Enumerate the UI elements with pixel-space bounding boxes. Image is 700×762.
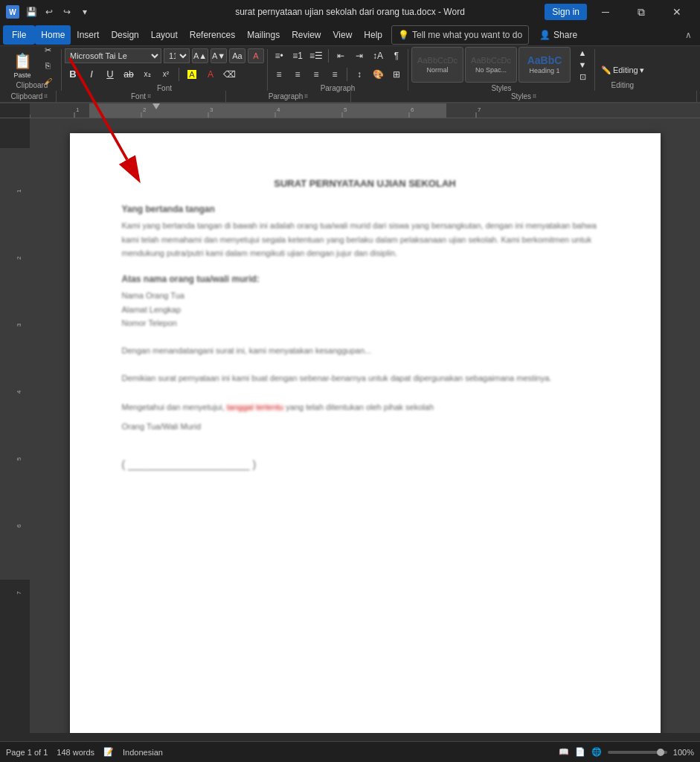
customize-qat-button[interactable]: ▾ — [77, 4, 92, 19]
line-spacing-button[interactable]: ↕ — [351, 67, 367, 82]
word-count-label: 148 words — [57, 748, 94, 757]
spell-check[interactable]: 📝 — [103, 747, 114, 757]
subscript-button[interactable]: x₂ — [139, 67, 155, 82]
decrease-font-button[interactable]: A▼ — [211, 48, 227, 63]
tab-design[interactable]: Design — [105, 25, 144, 45]
paragraph-launcher-icon[interactable]: ⌗ — [304, 92, 308, 100]
zoom-thumb — [657, 749, 664, 756]
italic-button[interactable]: I — [83, 67, 100, 82]
font-launcher-icon[interactable]: ⌗ — [147, 92, 151, 100]
tell-me-input[interactable]: 💡 Tell me what you want to do — [391, 25, 529, 45]
view-web-button[interactable]: 🌐 — [591, 747, 602, 757]
increase-indent-button[interactable]: ⇥ — [351, 48, 367, 63]
doc-title: SURAT PERNYATAAN UJIAN SEKOLAH — [122, 178, 609, 189]
ribbon-content: 📋 Paste ✂ ⎘ 🖌 Clipboard Microsoft Tai Le… — [0, 49, 700, 91]
language-label: Indonesian — [123, 748, 163, 757]
align-right-button[interactable]: ≡ — [308, 67, 324, 82]
text-highlight-button[interactable]: A — [184, 67, 200, 82]
language[interactable]: Indonesian — [123, 748, 163, 757]
editing-button[interactable]: ✏️ Editing ▾ — [601, 65, 644, 75]
font-color-button[interactable]: A — [202, 67, 219, 82]
svg-text:1: 1 — [16, 189, 22, 193]
paste-button[interactable]: 📋 Paste — [7, 49, 37, 82]
paragraph-label: Paragraph — [268, 84, 408, 92]
tab-help[interactable]: Help — [358, 25, 388, 45]
tab-references[interactable]: References — [184, 25, 241, 45]
style-normal-button[interactable]: AaBbCcDc Normal — [411, 47, 463, 83]
tab-layout[interactable]: Layout — [145, 25, 184, 45]
style-heading1-button[interactable]: AaBbC Heading 1 — [518, 47, 571, 83]
share-button[interactable]: 👤 Share — [532, 27, 585, 43]
restore-button[interactable]: ⧉ — [624, 0, 658, 24]
paragraph-group: ≡• ≡1 ≡☰ ⇤ ⇥ ↕A ¶ ≡ ≡ ≡ ≡ ↕ 🎨 ⊞ Paragrap… — [268, 49, 408, 91]
minimize-button[interactable]: ─ — [588, 0, 623, 24]
underline-button[interactable]: U — [102, 67, 118, 82]
view-read-button[interactable]: 📖 — [559, 747, 569, 757]
svg-text:2: 2 — [16, 256, 22, 260]
align-center-button[interactable]: ≡ — [289, 67, 306, 82]
change-case-button[interactable]: Aa — [229, 48, 245, 63]
clear-formatting-button[interactable]: ⌫ — [221, 67, 237, 82]
svg-text:2: 2 — [143, 106, 147, 113]
bullets-button[interactable]: ≡• — [271, 48, 287, 63]
styles-up-button[interactable]: ▲ — [574, 47, 591, 59]
decrease-indent-button[interactable]: ⇤ — [333, 48, 349, 63]
page-info[interactable]: Page 1 of 1 — [6, 748, 48, 757]
bold-button[interactable]: B — [65, 67, 81, 82]
ribbon-collapse-button[interactable]: ∧ — [679, 28, 697, 42]
tab-mailings[interactable]: Mailings — [241, 25, 286, 45]
clipboard-group-label: Clipboard ⌗ — [3, 91, 57, 102]
tab-home[interactable]: Home — [35, 25, 71, 45]
svg-rect-19 — [0, 148, 30, 580]
justify-button[interactable]: ≡ — [327, 67, 343, 82]
show-formatting-button[interactable]: ¶ — [388, 48, 405, 63]
cut-button[interactable]: ✂ — [39, 42, 57, 57]
styles-expand-button[interactable]: ⊡ — [574, 71, 591, 83]
tab-review[interactable]: Review — [286, 25, 327, 45]
page-label: Page 1 of 1 — [6, 748, 48, 757]
svg-text:7: 7 — [478, 106, 481, 113]
doc-section4-text: Demikian surat pernyataan ini kami buat … — [122, 371, 609, 385]
styles-launcher-icon[interactable]: ⌗ — [533, 92, 536, 100]
sort-button[interactable]: ↕A — [370, 48, 386, 63]
title-bar: W 💾 ↩ ↪ ▾ surat pernyataan ujian sekolah… — [0, 0, 700, 24]
doc-section-signature: ( _____________________ ) — [122, 456, 609, 474]
text-effects-button[interactable]: A — [248, 48, 264, 63]
view-print-button[interactable]: 📄 — [575, 747, 585, 757]
svg-text:6: 6 — [411, 106, 414, 113]
svg-text:7: 7 — [16, 591, 22, 595]
superscript-button[interactable]: x² — [158, 67, 174, 82]
doc-signature-text: Orang Tua/Wali Murid — [122, 420, 609, 434]
styles-down-button[interactable]: ▼ — [574, 59, 591, 71]
window-title: surat pernyataan ujian sekolah dari oran… — [235, 7, 465, 17]
numbering-button[interactable]: ≡1 — [289, 48, 306, 63]
word-count[interactable]: 148 words — [57, 748, 94, 757]
sign-in-button[interactable]: Sign in — [545, 4, 587, 20]
tab-file[interactable]: File — [3, 25, 35, 45]
copy-button[interactable]: ⎘ — [39, 58, 57, 73]
zoom-level[interactable]: 100% — [673, 748, 694, 757]
tab-view[interactable]: View — [327, 25, 359, 45]
font-size-select[interactable]: 11 — [164, 48, 190, 63]
ruler-left-corner — [0, 103, 30, 118]
zoom-slider[interactable] — [608, 751, 667, 754]
doc-section2-text: Nama Orang Tua Alamat Lengkap Nomor Tele… — [122, 289, 609, 330]
borders-button[interactable]: ⊞ — [388, 67, 405, 82]
svg-text:5: 5 — [344, 106, 347, 113]
svg-text:3: 3 — [210, 106, 213, 113]
clipboard-launcher-icon[interactable]: ⌗ — [44, 92, 48, 100]
document-area[interactable]: SURAT PERNYATAAN UJIAN SEKOLAH Yang bert… — [30, 118, 700, 733]
strikethrough-button[interactable]: ab — [121, 67, 137, 82]
redo-qat-button[interactable]: ↪ — [60, 4, 74, 19]
align-left-button[interactable]: ≡ — [271, 67, 287, 82]
save-qat-button[interactable]: 💾 — [24, 4, 39, 19]
tab-insert[interactable]: Insert — [71, 25, 105, 45]
doc-text-highlighted: tanggal tertentu — [227, 403, 283, 412]
style-nospace-button[interactable]: AaBbCcDc No Spac... — [465, 47, 517, 83]
undo-qat-button[interactable]: ↩ — [42, 4, 57, 19]
shading-button[interactable]: 🎨 — [370, 67, 386, 82]
font-name-select[interactable]: Microsoft Tai Le — [65, 48, 161, 63]
increase-font-button[interactable]: A▲ — [192, 48, 208, 63]
multilevel-list-button[interactable]: ≡☰ — [308, 48, 324, 63]
close-button[interactable]: ✕ — [660, 0, 694, 24]
